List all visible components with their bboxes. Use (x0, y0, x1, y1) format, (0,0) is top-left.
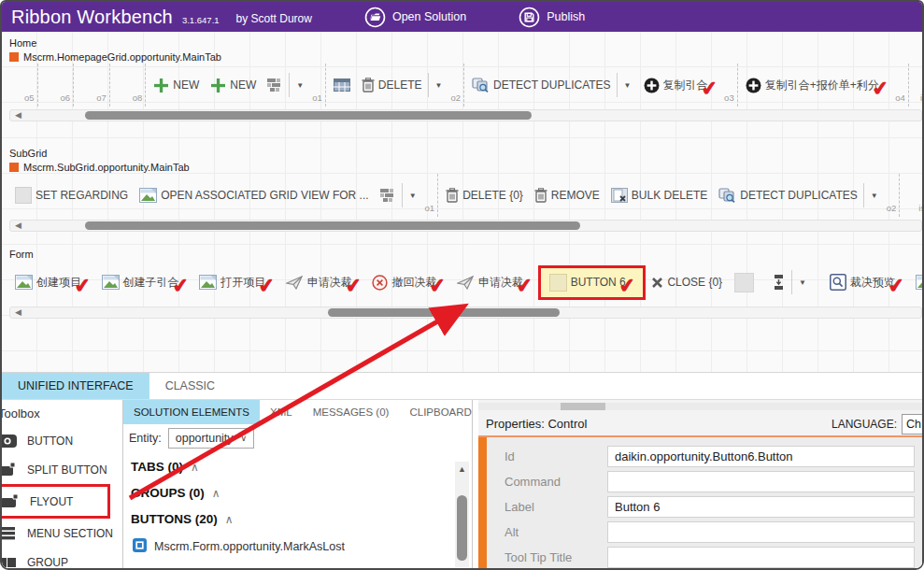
separator-label: isv (920, 93, 922, 103)
dropdown-arrow[interactable]: ▼ (791, 270, 813, 294)
scroll-thumb[interactable] (457, 495, 467, 561)
ribbon-designer: Home Mscrm.HomepageGrid.opportunity.Main… (2, 32, 922, 372)
property-input-alt[interactable] (607, 521, 915, 543)
red-check-annotation: ✔ (73, 274, 92, 298)
tab-classic[interactable]: CLASSIC (149, 373, 232, 399)
ribbon-button-bulk-delete[interactable]: BULK DELETE (605, 181, 713, 209)
scroll-thumb[interactable] (328, 308, 560, 317)
properties-header: Properties: Control LANGUAGE: Ch (478, 412, 922, 435)
toolbox-item-menu-section[interactable]: MENU SECTION (2, 519, 122, 548)
ribbon-button-button6[interactable]: BUTTON 6✔ (538, 265, 647, 300)
tab-clipboard[interactable]: CLIPBOARD (399, 400, 472, 424)
tab-xml[interactable]: XML (260, 400, 303, 424)
dropdown-arrow[interactable]: ▼ (617, 73, 638, 97)
property-input-command[interactable] (607, 471, 915, 492)
red-check-annotation: ✔ (344, 274, 362, 298)
ribbon-button-delete-0[interactable]: DELETE {0} (440, 181, 529, 209)
separator-o2: o2 (450, 64, 464, 107)
dropdown-arrow[interactable]: ▼ (428, 73, 449, 97)
property-input-label[interactable] (607, 496, 915, 518)
scroll-thumb[interactable] (561, 403, 605, 410)
ribbon-button-request-approval[interactable]: 申请决裁✔ (280, 268, 367, 296)
tab-messages[interactable]: MESSAGES (0) (303, 400, 400, 424)
property-label: Label (478, 500, 607, 514)
plus-green-icon (210, 78, 226, 93)
home-scrollbar[interactable]: ◀ (9, 109, 922, 121)
property-row: Command (478, 471, 915, 492)
form-scrollbar[interactable]: ◀ (9, 306, 922, 319)
entity-dropdown[interactable]: opportunity ∨ (168, 428, 254, 449)
chevron-down-icon: ▼ (409, 192, 417, 200)
solution-scrollbar[interactable]: ▲ (455, 462, 469, 567)
dupes-icon (472, 78, 490, 93)
language-dropdown[interactable]: Ch (902, 414, 922, 435)
properties-top-scrollbar[interactable] (478, 403, 922, 410)
dropdown-arrow[interactable]: ▼ (402, 183, 423, 207)
ribbon-button-view-button[interactable] (328, 71, 356, 99)
ribbon-button-view-selector[interactable] (375, 181, 402, 209)
open-solution-button[interactable]: Open Solution (364, 7, 466, 28)
ribbon-button-remove[interactable]: REMOVE (529, 181, 605, 209)
image-icon (15, 275, 33, 290)
tree-group-buttons[interactable]: BUTTONS (20) ∧ (131, 512, 472, 526)
placeholder-button[interactable] (734, 273, 754, 292)
dropdown-arrow[interactable]: ▼ (289, 73, 310, 97)
button-label: OPEN ASSOCIATED GRID VIEW FOR ... (161, 189, 368, 202)
ribbon-button-approval-preview[interactable]: 裁决预览✔ (824, 268, 910, 296)
scroll-thumb[interactable] (85, 111, 532, 120)
magnify-box-icon (830, 274, 846, 291)
ribbon-button-delete[interactable]: DELETE (356, 71, 428, 99)
ribbon-button-close-0[interactable]: CLOSE {0} (646, 268, 728, 296)
scroll-left-icon[interactable]: ◀ (15, 110, 21, 121)
subgrid-tab-line[interactable]: Mscrm.SubGrid.opportunity.MainTab (9, 160, 922, 174)
ribbon-button-detect-duplicates[interactable]: DETECT DUPLICATES (713, 181, 863, 209)
subgrid-scrollbar[interactable]: ◀ (9, 220, 922, 232)
ribbon-button-new-2[interactable]: NEW (205, 71, 262, 99)
chevron-up-icon: ∧ (191, 461, 199, 474)
ribbon-button-withdraw-approval[interactable]: 撤回决裁✔ (366, 268, 451, 296)
toolbox-item-split-button[interactable]: SPLIT BUTTON (2, 455, 122, 484)
tree-group-groups[interactable]: GROUPS (0) ∧ (131, 486, 472, 500)
ribbon-button-request-approval-2[interactable]: 申请决裁✔ (451, 268, 538, 296)
ribbon-button-new-1[interactable]: NEW (148, 71, 205, 99)
ribbon-button-copy-inquiry[interactable]: 复制引合✔ (638, 71, 723, 99)
ribbon-button-create-project[interactable]: 创建项目✔ (9, 268, 96, 296)
publish-button[interactable]: Publish (519, 7, 585, 28)
scroll-left-icon[interactable]: ◀ (15, 307, 21, 318)
scroll-left-icon[interactable]: ◀ (15, 221, 21, 231)
toolbox-item-flyout[interactable]: FLYOUT (2, 484, 110, 519)
scroll-up-icon[interactable]: ▲ (455, 462, 469, 477)
toolbar-spacer (76, 85, 94, 86)
separator-isv: isv (918, 174, 922, 217)
separator-label: o8 (133, 93, 143, 103)
property-row: Id (478, 446, 915, 467)
ribbon-button-flow-button[interactable] (766, 268, 791, 296)
ribbon-button-set-regarding[interactable]: SET REGARDING (9, 181, 134, 209)
app-title: Ribbon Workbench (11, 7, 173, 28)
property-input-id[interactable] (607, 446, 915, 467)
ribbon-button-view-selector[interactable] (262, 71, 289, 99)
ribbon-button-open-project[interactable]: 打开项目✔ (193, 268, 280, 296)
property-input-tool-tip-title[interactable] (607, 547, 915, 568)
bottom-panels: Toolbox BUTTON SPLIT BUTTON FLYOUT MENU … (2, 399, 922, 570)
entity-row: Entity: opportunity ∨ (123, 424, 472, 452)
chevron-up-icon: ∧ (225, 513, 234, 526)
home-tab-line[interactable]: Mscrm.HomepageGrid.opportunity.MainTab (9, 50, 922, 64)
toolbox-item-button[interactable]: BUTTON (2, 426, 122, 455)
ribbon-workbench-window: Ribbon Workbench 3.1.647.1 by Scott Duro… (0, 0, 924, 570)
tab-unified-interface[interactable]: UNIFIED INTERFACE (2, 373, 149, 399)
tab-solution-elements[interactable]: SOLUTION ELEMENTS (123, 400, 260, 424)
tree-group-tabs[interactable]: TABS (0) ∧ (131, 460, 472, 474)
scroll-thumb[interactable] (85, 221, 580, 230)
separator-o6: o6 (61, 64, 75, 107)
tree-item-markaslost[interactable]: Mscrm.Form.opportunity.MarkAsLost (133, 538, 472, 555)
ribbon-button-image-button[interactable] (910, 268, 922, 296)
ribbon-button-open-associated-grid-view[interactable]: OPEN ASSOCIATED GRID VIEW FOR ... (134, 181, 374, 209)
ribbon-button-copy-inquiry-quote-profit[interactable]: 复制引合+报价单+利分✔ (740, 71, 894, 99)
separator-o5: o5 (24, 64, 38, 107)
dropdown-arrow[interactable]: ▼ (863, 183, 885, 207)
toolbox-item-group[interactable]: GROUP (2, 548, 122, 570)
ribbon-button-detect-duplicates[interactable]: DETECT DUPLICATES (466, 71, 617, 99)
ribbon-button-create-child-inquiry[interactable]: 创建子引合✔ (96, 268, 194, 296)
split-button-shape-icon (2, 463, 18, 477)
